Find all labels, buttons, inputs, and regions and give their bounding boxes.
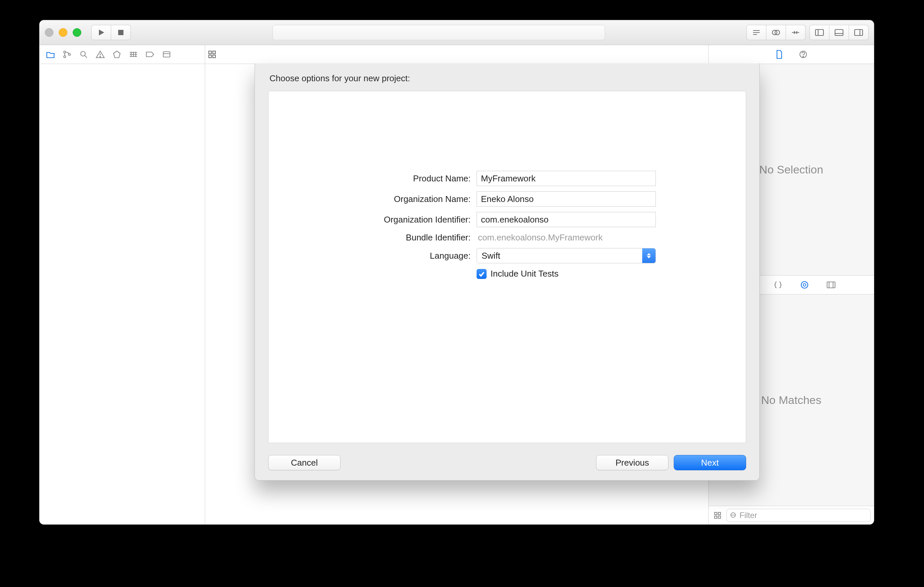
bundle-identifier-value: com.enekoalonso.MyFramework [477,232,656,243]
include-unit-tests-label: Include Unit Tests [490,269,559,279]
toggle-navigator-button[interactable] [810,25,829,40]
activity-view [272,25,605,40]
svg-rect-41 [714,516,717,518]
library-view-mode-button[interactable] [712,510,723,521]
debug-navigator-tab[interactable] [126,47,141,62]
version-editor-button[interactable] [786,25,805,40]
navigator-pane [40,45,205,525]
navigator-content [40,64,205,525]
report-navigator-tab[interactable] [159,47,174,62]
test-navigator-tab[interactable] [109,47,124,62]
svg-rect-29 [213,51,215,54]
svg-point-16 [81,51,85,56]
product-name-label: Product Name: [365,173,470,184]
titlebar [40,20,874,45]
organization-identifier-field[interactable] [477,212,656,227]
previous-button[interactable]: Previous [596,455,668,470]
find-navigator-tab[interactable] [76,47,91,62]
issue-navigator-tab[interactable] [92,47,108,62]
next-button[interactable]: Next [674,455,746,470]
zoom-window-button[interactable] [73,28,81,37]
svg-rect-26 [163,52,170,57]
xcode-window: No Selection No Matches [39,20,874,525]
svg-rect-40 [718,512,721,515]
svg-rect-11 [855,30,863,36]
organization-identifier-label: Organization Identifier: [365,215,470,225]
organization-name-label: Organization Name: [365,194,470,204]
sheet-title: Choose options for your new project: [269,73,746,84]
svg-rect-1 [118,30,124,35]
file-inspector-tab[interactable] [772,47,787,62]
svg-point-34 [801,281,808,288]
navigator-tabs [40,45,205,64]
assistant-editor-button[interactable] [766,25,786,40]
language-select[interactable]: Swift [477,248,656,263]
project-navigator-tab[interactable] [43,47,58,62]
quick-help-inspector-tab[interactable] [795,47,811,62]
svg-rect-30 [209,55,211,58]
source-control-navigator-tab[interactable] [59,47,75,62]
bundle-identifier-label: Bundle Identifier: [365,232,470,243]
language-label: Language: [365,251,470,261]
svg-rect-39 [714,512,717,515]
panel-toggles [810,25,869,40]
svg-point-35 [803,284,806,286]
sheet-panel: Product Name: Organization Name: Organiz… [268,91,746,443]
stop-button[interactable] [111,25,131,40]
options-form: Product Name: Organization Name: Organiz… [365,171,650,279]
library-filter-field[interactable]: Filter [726,509,871,522]
library-footer: Filter [709,506,874,525]
svg-point-33 [803,56,804,58]
library-filter-placeholder: Filter [739,511,757,520]
organization-name-field[interactable] [477,191,656,207]
product-name-field[interactable] [477,171,656,186]
close-window-button[interactable] [45,28,53,37]
window-controls [45,28,81,37]
run-button[interactable] [91,25,111,40]
code-snippet-library-tab[interactable] [771,277,785,293]
language-value: Swift [482,251,500,261]
cancel-button[interactable]: Cancel [268,455,340,470]
svg-rect-7 [815,30,823,36]
new-project-options-sheet: Choose options for your new project: Pro… [254,63,760,480]
toggle-debug-area-button[interactable] [829,25,849,40]
include-unit-tests-row[interactable]: Include Unit Tests [477,269,656,279]
jump-bar[interactable] [205,45,708,64]
media-library-tab[interactable] [823,277,839,293]
run-stop-group [91,25,131,40]
object-library-tab[interactable] [797,277,812,293]
svg-marker-0 [99,30,104,36]
inspector-tabs [709,45,874,64]
svg-line-17 [85,55,87,58]
toggle-inspector-button[interactable] [849,25,869,40]
select-stepper-icon [642,248,655,263]
include-unit-tests-checkbox[interactable] [477,269,487,279]
standard-editor-button[interactable] [746,25,766,40]
svg-rect-36 [827,282,835,288]
sheet-buttons: Cancel Previous Next [268,455,746,470]
minimize-window-button[interactable] [59,28,68,37]
svg-rect-9 [835,30,843,36]
breakpoint-navigator-tab[interactable] [142,47,158,62]
svg-point-19 [100,56,101,57]
svg-rect-28 [209,51,211,54]
svg-point-14 [64,56,66,58]
no-matches-label: No Matches [761,394,821,406]
svg-rect-31 [213,55,215,58]
editor-mode-group [746,25,805,40]
svg-rect-42 [718,516,721,518]
